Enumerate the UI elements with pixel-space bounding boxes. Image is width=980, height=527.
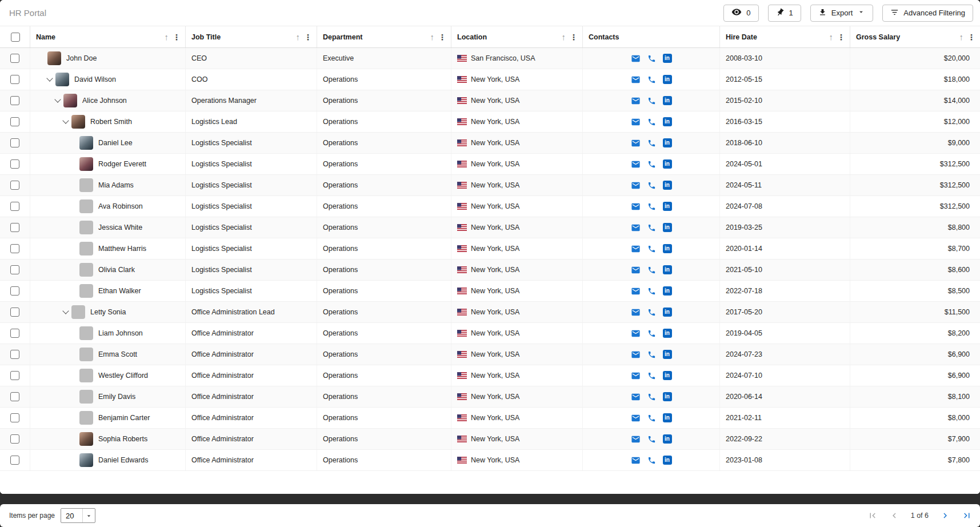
chevron-down-icon[interactable] xyxy=(60,311,71,313)
phone-icon[interactable] xyxy=(647,223,656,232)
row-checkbox[interactable] xyxy=(10,286,19,296)
row-checkbox[interactable] xyxy=(10,202,19,211)
column-header-name[interactable]: Name ↑⋮ xyxy=(30,26,186,47)
linkedin-icon[interactable]: in xyxy=(663,371,672,380)
linkedin-icon[interactable]: in xyxy=(663,329,672,338)
email-icon[interactable] xyxy=(631,265,641,275)
row-checkbox[interactable] xyxy=(10,75,19,84)
chevron-down-icon[interactable] xyxy=(60,121,71,123)
last-page-button[interactable] xyxy=(962,510,972,521)
linkedin-icon[interactable]: in xyxy=(663,265,672,274)
linkedin-icon[interactable]: in xyxy=(663,434,672,444)
row-checkbox[interactable] xyxy=(10,96,19,105)
sort-asc-icon[interactable]: ↑ xyxy=(165,33,169,41)
email-icon[interactable] xyxy=(631,202,641,211)
phone-icon[interactable] xyxy=(647,393,656,401)
phone-icon[interactable] xyxy=(647,160,656,169)
phone-icon[interactable] xyxy=(647,308,656,317)
row-checkbox[interactable] xyxy=(10,329,19,338)
row-checkbox[interactable] xyxy=(10,244,19,253)
row-checkbox[interactable] xyxy=(10,117,19,126)
sort-asc-icon[interactable]: ↑ xyxy=(296,33,301,41)
linkedin-icon[interactable]: in xyxy=(663,286,672,296)
email-icon[interactable] xyxy=(631,54,641,63)
column-menu-icon[interactable]: ⋮ xyxy=(837,33,845,41)
row-checkbox[interactable] xyxy=(10,159,19,169)
visibility-button[interactable]: 0 xyxy=(723,5,758,22)
email-icon[interactable] xyxy=(631,434,641,444)
phone-icon[interactable] xyxy=(647,266,656,274)
linkedin-icon[interactable]: in xyxy=(663,202,672,211)
phone-icon[interactable] xyxy=(647,202,656,211)
sort-asc-icon[interactable]: ↑ xyxy=(959,33,964,41)
column-menu-icon[interactable]: ⋮ xyxy=(304,33,312,41)
phone-icon[interactable] xyxy=(647,75,656,84)
row-checkbox[interactable] xyxy=(10,371,19,380)
linkedin-icon[interactable]: in xyxy=(663,456,672,465)
pin-button[interactable]: 1 xyxy=(768,5,801,22)
row-checkbox[interactable] xyxy=(10,434,19,444)
first-page-button[interactable] xyxy=(867,510,878,521)
email-icon[interactable] xyxy=(631,308,641,317)
row-checkbox[interactable] xyxy=(10,181,19,190)
email-icon[interactable] xyxy=(631,371,641,381)
phone-icon[interactable] xyxy=(647,287,656,296)
chevron-down-icon[interactable] xyxy=(44,78,55,81)
column-menu-icon[interactable]: ⋮ xyxy=(967,33,975,41)
linkedin-icon[interactable]: in xyxy=(663,117,672,126)
linkedin-icon[interactable]: in xyxy=(663,244,672,253)
phone-icon[interactable] xyxy=(647,245,656,253)
sort-asc-icon[interactable]: ↑ xyxy=(829,33,834,41)
linkedin-icon[interactable]: in xyxy=(663,308,672,317)
column-header-department[interactable]: Department ↑⋮ xyxy=(317,26,451,47)
linkedin-icon[interactable]: in xyxy=(663,96,672,105)
email-icon[interactable] xyxy=(631,117,641,127)
email-icon[interactable] xyxy=(631,392,641,402)
email-icon[interactable] xyxy=(631,350,641,360)
email-icon[interactable] xyxy=(631,181,641,190)
email-icon[interactable] xyxy=(631,75,641,85)
chevron-down-icon[interactable] xyxy=(52,99,63,102)
phone-icon[interactable] xyxy=(647,181,656,190)
row-checkbox[interactable] xyxy=(10,456,19,465)
row-checkbox[interactable] xyxy=(10,54,19,63)
sort-asc-icon[interactable]: ↑ xyxy=(430,33,435,41)
linkedin-icon[interactable]: in xyxy=(663,75,672,84)
email-icon[interactable] xyxy=(631,223,641,233)
email-icon[interactable] xyxy=(631,456,641,465)
row-checkbox[interactable] xyxy=(10,392,19,401)
select-all-checkbox[interactable] xyxy=(11,33,20,42)
linkedin-icon[interactable]: in xyxy=(663,223,672,232)
phone-icon[interactable] xyxy=(647,350,656,359)
email-icon[interactable] xyxy=(631,286,641,296)
column-header-gross-salary[interactable]: Gross Salary ↑⋮ xyxy=(850,26,980,47)
row-checkbox[interactable] xyxy=(10,350,19,359)
row-checkbox[interactable] xyxy=(10,138,19,147)
phone-icon[interactable] xyxy=(647,435,656,444)
linkedin-icon[interactable]: in xyxy=(663,54,672,63)
phone-icon[interactable] xyxy=(647,329,656,338)
linkedin-icon[interactable]: in xyxy=(663,392,672,401)
previous-page-button[interactable] xyxy=(889,510,899,521)
row-checkbox[interactable] xyxy=(10,223,19,232)
linkedin-icon[interactable]: in xyxy=(663,350,672,359)
row-checkbox[interactable] xyxy=(10,265,19,274)
sort-asc-icon[interactable]: ↑ xyxy=(562,33,566,41)
phone-icon[interactable] xyxy=(647,97,656,105)
phone-icon[interactable] xyxy=(647,456,656,465)
email-icon[interactable] xyxy=(631,329,641,338)
linkedin-icon[interactable]: in xyxy=(663,138,672,147)
email-icon[interactable] xyxy=(631,96,641,106)
phone-icon[interactable] xyxy=(647,118,656,126)
phone-icon[interactable] xyxy=(647,54,656,63)
column-menu-icon[interactable]: ⋮ xyxy=(438,33,446,41)
column-menu-icon[interactable]: ⋮ xyxy=(570,33,578,41)
advanced-filtering-button[interactable]: Advanced Filtering xyxy=(882,5,973,22)
column-menu-icon[interactable]: ⋮ xyxy=(173,33,181,41)
phone-icon[interactable] xyxy=(647,139,656,147)
linkedin-icon[interactable]: in xyxy=(663,413,672,422)
email-icon[interactable] xyxy=(631,413,641,423)
email-icon[interactable] xyxy=(631,244,641,254)
linkedin-icon[interactable]: in xyxy=(663,159,672,169)
row-checkbox[interactable] xyxy=(10,413,19,422)
